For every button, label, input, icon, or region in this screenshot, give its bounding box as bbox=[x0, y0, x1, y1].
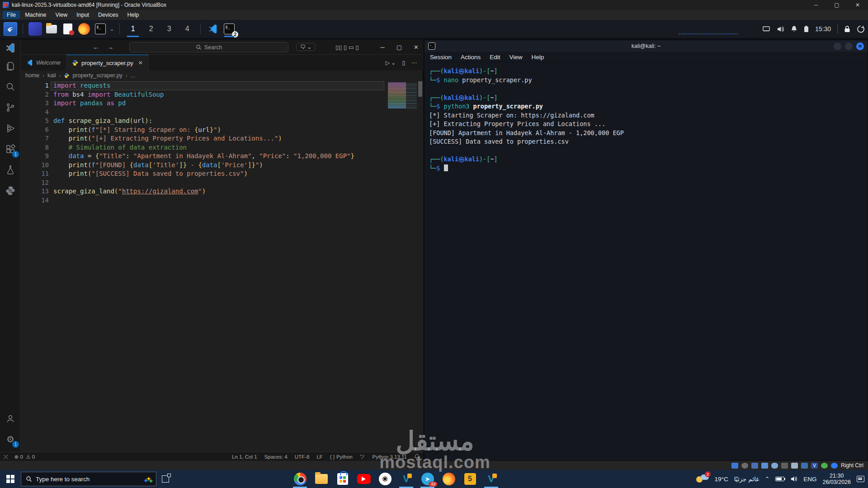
taskbar-clock[interactable]: 21:3026/03/2026 bbox=[822, 473, 851, 485]
taskbar-chatgpt-icon[interactable]: ✳ bbox=[374, 470, 396, 488]
layout-toggle-icons[interactable]: ▯▯ ▯ ▭ ▯ bbox=[335, 44, 359, 51]
taskbar-virtualbox-icon[interactable]: V bbox=[396, 470, 417, 488]
input-language[interactable]: ENG bbox=[803, 476, 816, 483]
search-icon[interactable] bbox=[3, 80, 18, 94]
battery-icon[interactable] bbox=[804, 25, 809, 33]
maximize-button[interactable]: ▢ bbox=[826, 0, 847, 10]
breadcrumb-kali[interactable]: kali bbox=[47, 72, 56, 79]
menu-input[interactable]: Input bbox=[72, 11, 93, 19]
display-status-icon[interactable] bbox=[791, 463, 798, 469]
workspace-2[interactable]: 2 bbox=[143, 22, 159, 36]
back-icon[interactable]: ← bbox=[93, 43, 99, 51]
problems-indicator[interactable]: ⊗ 0 ⚠ 0 bbox=[14, 454, 35, 460]
tray-temperature[interactable]: 19°C bbox=[715, 476, 728, 483]
vscode-maximize-icon[interactable]: ▢ bbox=[396, 44, 402, 51]
shared-folders-status-icon[interactable] bbox=[781, 463, 788, 469]
network-status-icon[interactable] bbox=[761, 463, 768, 469]
taskbar-virtualbox2-icon[interactable]: V bbox=[481, 470, 502, 488]
taskbar-youtube-icon[interactable] bbox=[353, 470, 374, 488]
code-editor[interactable]: 1234567891011121314 import requestsfrom … bbox=[21, 80, 423, 452]
taskbar-search-box[interactable]: Type here to search ✦ bbox=[21, 472, 156, 486]
panel-terminal-task-icon[interactable]: $_2 bbox=[222, 22, 236, 36]
settings-gear-icon[interactable]: ⚙1 bbox=[3, 432, 18, 446]
usb-status-icon[interactable] bbox=[771, 463, 778, 469]
panel-firefox-icon[interactable] bbox=[77, 22, 91, 36]
taskbar-explorer-icon[interactable] bbox=[311, 470, 332, 488]
copilot-icon[interactable]: ツ bbox=[360, 453, 365, 460]
testing-icon[interactable] bbox=[3, 163, 18, 177]
audio-status-icon[interactable] bbox=[751, 463, 758, 469]
close-button[interactable]: ✕ bbox=[847, 0, 868, 10]
optical-disc-status-icon[interactable] bbox=[741, 463, 748, 469]
panel-terminal-launcher-icon[interactable]: $_ bbox=[94, 22, 107, 36]
panel-file-manager-icon[interactable] bbox=[45, 22, 58, 36]
minimap-slider[interactable] bbox=[418, 81, 422, 97]
hidden-icons-chevron-icon[interactable]: ⌃ bbox=[765, 476, 769, 482]
start-button[interactable] bbox=[0, 470, 21, 488]
code-content[interactable]: import requestsfrom bs4 import Beautiful… bbox=[53, 81, 385, 205]
terminal-menu-edit[interactable]: Edit bbox=[490, 54, 500, 61]
workspace-3[interactable]: 3 bbox=[161, 22, 177, 36]
split-editor-icon[interactable]: ▯ bbox=[402, 60, 405, 66]
taskbar-firefox-icon[interactable] bbox=[438, 470, 459, 488]
workspace-1[interactable]: 1 bbox=[125, 22, 141, 36]
language-mode[interactable]: { } Python bbox=[330, 454, 353, 460]
run-python-file-icon[interactable]: ▷ ⌄ bbox=[386, 60, 396, 66]
breadcrumb-more[interactable]: ... bbox=[131, 72, 135, 79]
panel-app-window-icon[interactable] bbox=[28, 22, 42, 36]
tab-welcome[interactable]: Welcome bbox=[21, 55, 66, 70]
vscode-close-icon[interactable]: ✕ bbox=[414, 44, 419, 51]
notifications-bell-icon[interactable] bbox=[791, 25, 797, 33]
minimize-button[interactable]: ─ bbox=[806, 0, 826, 10]
kali-menu-button[interactable] bbox=[4, 22, 17, 36]
terminal-output[interactable]: ┌──(kali㉿kali)-[~]└─$ nano property_scra… bbox=[425, 64, 868, 460]
eol-sequence[interactable]: LF bbox=[316, 454, 322, 460]
editor-more-actions-icon[interactable]: ⋯ bbox=[411, 60, 417, 66]
indentation[interactable]: Spaces: 4 bbox=[264, 454, 288, 460]
weather-icon[interactable]: 3 bbox=[695, 474, 709, 484]
vscode-search-box[interactable]: Search bbox=[129, 42, 288, 52]
panel-terminal-chevron-icon[interactable]: ⌄ bbox=[110, 26, 114, 32]
panel-clock[interactable]: 15:30 bbox=[815, 25, 831, 33]
taskbar-telegram-icon[interactable]: ➤.62 bbox=[417, 470, 438, 488]
terminal-titlebar[interactable]: ›_ kali@kali: ~ ✕ bbox=[425, 40, 868, 52]
notifications-bell-icon[interactable] bbox=[414, 454, 420, 460]
copilot-chat-icon[interactable]: 🗨 ⌄ bbox=[296, 43, 316, 51]
menu-view[interactable]: View bbox=[51, 11, 71, 19]
recording-status-icon[interactable] bbox=[801, 463, 808, 469]
terminal-maximize-icon[interactable] bbox=[845, 42, 853, 50]
battery-icon[interactable] bbox=[775, 477, 784, 481]
terminal-menu-actions[interactable]: Actions bbox=[461, 54, 481, 61]
terminal-minimize-icon[interactable] bbox=[834, 42, 841, 50]
menu-file[interactable]: File bbox=[3, 11, 20, 19]
taskbar-store-icon[interactable] bbox=[332, 470, 353, 488]
menu-devices[interactable]: Devices bbox=[94, 11, 122, 19]
encoding[interactable]: UTF-8 bbox=[295, 454, 310, 460]
task-view-icon[interactable] bbox=[156, 470, 175, 488]
panel-text-editor-icon[interactable] bbox=[61, 22, 75, 36]
taskbar-chrome-icon[interactable] bbox=[289, 470, 311, 488]
mouse-integration-icon[interactable] bbox=[821, 463, 828, 469]
terminal-menu-session[interactable]: Session bbox=[430, 54, 452, 61]
cursor-position[interactable]: Ln 1, Col 1 bbox=[232, 454, 257, 460]
breadcrumb-home[interactable]: home bbox=[25, 72, 39, 79]
terminal-menu-view[interactable]: View bbox=[509, 54, 523, 61]
run-debug-icon[interactable] bbox=[3, 121, 18, 136]
breadcrumb-file[interactable]: property_scraper.py bbox=[72, 72, 122, 79]
account-icon[interactable] bbox=[3, 411, 18, 426]
menu-machine[interactable]: Machine bbox=[21, 11, 50, 19]
forward-icon[interactable]: → bbox=[107, 43, 113, 51]
host-key-state-icon[interactable] bbox=[831, 463, 838, 469]
logout-icon[interactable] bbox=[857, 25, 864, 33]
taskbar-5olo-icon[interactable]: 5 bbox=[459, 470, 481, 488]
python-interpreter[interactable]: Python 3.13.11 bbox=[372, 454, 407, 460]
terminal-menu-help[interactable]: Help bbox=[532, 54, 544, 61]
tab-property-scraper[interactable]: property_scraper.py ✕ bbox=[66, 55, 149, 70]
terminal-close-icon[interactable]: ✕ bbox=[856, 42, 864, 50]
source-control-icon[interactable] bbox=[3, 100, 18, 115]
network-icon[interactable] bbox=[762, 26, 770, 32]
extensions-icon[interactable]: 1 bbox=[3, 142, 18, 156]
action-center-icon[interactable] bbox=[857, 476, 864, 482]
workspace-4[interactable]: 4 bbox=[179, 22, 195, 36]
panel-vscode-task-icon[interactable] bbox=[206, 22, 220, 36]
